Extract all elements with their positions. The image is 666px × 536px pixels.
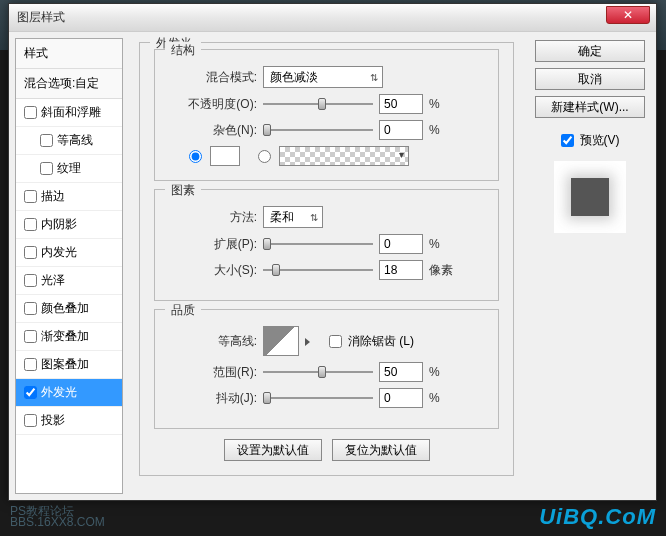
noise-slider[interactable]: [263, 121, 373, 139]
structure-title: 结构: [165, 42, 201, 59]
noise-unit: %: [429, 123, 459, 137]
contour-label: 等高线:: [169, 333, 257, 350]
jitter-slider[interactable]: [263, 389, 373, 407]
spread-row: 扩展(P): %: [169, 234, 484, 254]
quality-fieldset: 品质 等高线: 消除锯齿 (L) 范围(R): %: [154, 309, 499, 429]
sidebar-item-texture[interactable]: 纹理: [16, 155, 122, 183]
sidebar-item-label: 描边: [41, 188, 65, 205]
preview-checkbox[interactable]: [561, 134, 574, 147]
technique-row: 方法: 柔和: [169, 206, 484, 228]
sidebar-item-label: 纹理: [57, 160, 81, 177]
sidebar-item-label: 投影: [41, 412, 65, 429]
sidebar-item-bevel[interactable]: 斜面和浮雕: [16, 99, 122, 127]
contour-row: 等高线: 消除锯齿 (L): [169, 326, 484, 356]
preview-swatch: [571, 178, 609, 216]
make-default-button[interactable]: 设置为默认值: [224, 439, 322, 461]
checkbox-gradientoverlay[interactable]: [24, 330, 37, 343]
checkbox-innerglow[interactable]: [24, 246, 37, 259]
checkbox-outerglow[interactable]: [24, 386, 37, 399]
range-unit: %: [429, 365, 459, 379]
noise-input[interactable]: [379, 120, 423, 140]
checkbox-bevel[interactable]: [24, 106, 37, 119]
cancel-button[interactable]: 取消: [535, 68, 645, 90]
checkbox-texture[interactable]: [40, 162, 53, 175]
right-column: 确定 取消 新建样式(W)... 预览(V): [530, 38, 650, 494]
elements-fieldset: 图素 方法: 柔和 扩展(P): % 大小(S):: [154, 189, 499, 301]
ok-button[interactable]: 确定: [535, 40, 645, 62]
size-unit: 像素: [429, 262, 459, 279]
titlebar[interactable]: 图层样式 ✕: [9, 4, 656, 32]
spread-slider[interactable]: [263, 235, 373, 253]
sidebar: 样式 混合选项:自定 斜面和浮雕 等高线 纹理 描边 内阴影 内发光 光泽 颜色…: [15, 38, 123, 494]
sidebar-item-label: 外发光: [41, 384, 77, 401]
gradient-radio[interactable]: [258, 150, 271, 163]
opacity-label: 不透明度(O):: [169, 96, 257, 113]
opacity-row: 不透明度(O): %: [169, 94, 484, 114]
sidebar-item-innershadow[interactable]: 内阴影: [16, 211, 122, 239]
spread-unit: %: [429, 237, 459, 251]
checkbox-stroke[interactable]: [24, 190, 37, 203]
opacity-slider[interactable]: [263, 95, 373, 113]
window-title: 图层样式: [17, 9, 65, 26]
jitter-input[interactable]: [379, 388, 423, 408]
solid-color-radio[interactable]: [189, 150, 202, 163]
technique-label: 方法:: [169, 209, 257, 226]
opacity-input[interactable]: [379, 94, 423, 114]
sidebar-item-patternoverlay[interactable]: 图案叠加: [16, 351, 122, 379]
quality-title: 品质: [165, 302, 201, 319]
sidebar-item-label: 渐变叠加: [41, 328, 89, 345]
preview-label: 预览(V): [580, 132, 620, 149]
size-input[interactable]: [379, 260, 423, 280]
center-panel: 外发光 结构 混合模式: 颜色减淡 不透明度(O): % 杂: [131, 38, 522, 494]
size-slider[interactable]: [263, 261, 373, 279]
checkbox-coloroverlay[interactable]: [24, 302, 37, 315]
checkbox-dropshadow[interactable]: [24, 414, 37, 427]
sidebar-subheader[interactable]: 混合选项:自定: [16, 69, 122, 99]
jitter-label: 抖动(J):: [169, 390, 257, 407]
sidebar-item-contour[interactable]: 等高线: [16, 127, 122, 155]
sidebar-item-label: 等高线: [57, 132, 93, 149]
sidebar-item-dropshadow[interactable]: 投影: [16, 407, 122, 435]
new-style-button[interactable]: 新建样式(W)...: [535, 96, 645, 118]
technique-select[interactable]: 柔和: [263, 206, 323, 228]
noise-row: 杂色(N): %: [169, 120, 484, 140]
checkbox-patternoverlay[interactable]: [24, 358, 37, 371]
sidebar-item-outerglow[interactable]: 外发光: [16, 379, 122, 407]
sidebar-item-label: 图案叠加: [41, 356, 89, 373]
contour-picker[interactable]: [263, 326, 299, 356]
range-slider[interactable]: [263, 363, 373, 381]
sidebar-item-label: 颜色叠加: [41, 300, 89, 317]
sidebar-item-innerglow[interactable]: 内发光: [16, 239, 122, 267]
sidebar-item-label: 斜面和浮雕: [41, 104, 101, 121]
opacity-unit: %: [429, 97, 459, 111]
size-row: 大小(S): 像素: [169, 260, 484, 280]
watermark-forum: PS教程论坛 BBS.16XX8.COM: [10, 506, 105, 528]
color-type-row: [189, 146, 484, 166]
solid-color-swatch[interactable]: [210, 146, 240, 166]
sidebar-item-label: 内阴影: [41, 216, 77, 233]
sidebar-item-gradientoverlay[interactable]: 渐变叠加: [16, 323, 122, 351]
sidebar-item-satin[interactable]: 光泽: [16, 267, 122, 295]
spread-input[interactable]: [379, 234, 423, 254]
checkbox-innershadow[interactable]: [24, 218, 37, 231]
range-input[interactable]: [379, 362, 423, 382]
close-button[interactable]: ✕: [606, 6, 650, 24]
reset-default-button[interactable]: 复位为默认值: [332, 439, 430, 461]
sidebar-header[interactable]: 样式: [16, 39, 122, 69]
outerglow-fieldset: 外发光 结构 混合模式: 颜色减淡 不透明度(O): % 杂: [139, 42, 514, 476]
checkbox-contour[interactable]: [40, 134, 53, 147]
blend-mode-select[interactable]: 颜色减淡: [263, 66, 383, 88]
antialias-checkbox[interactable]: [329, 335, 342, 348]
jitter-unit: %: [429, 391, 459, 405]
jitter-row: 抖动(J): %: [169, 388, 484, 408]
range-label: 范围(R):: [169, 364, 257, 381]
dialog-body: 样式 混合选项:自定 斜面和浮雕 等高线 纹理 描边 内阴影 内发光 光泽 颜色…: [9, 32, 656, 500]
gradient-swatch[interactable]: [279, 146, 409, 166]
sidebar-item-coloroverlay[interactable]: 颜色叠加: [16, 295, 122, 323]
close-icon: ✕: [623, 8, 633, 22]
structure-fieldset: 结构 混合模式: 颜色减淡 不透明度(O): % 杂色(N):: [154, 49, 499, 181]
sidebar-item-label: 内发光: [41, 244, 77, 261]
preview-toggle: 预览(V): [561, 132, 620, 149]
checkbox-satin[interactable]: [24, 274, 37, 287]
sidebar-item-stroke[interactable]: 描边: [16, 183, 122, 211]
